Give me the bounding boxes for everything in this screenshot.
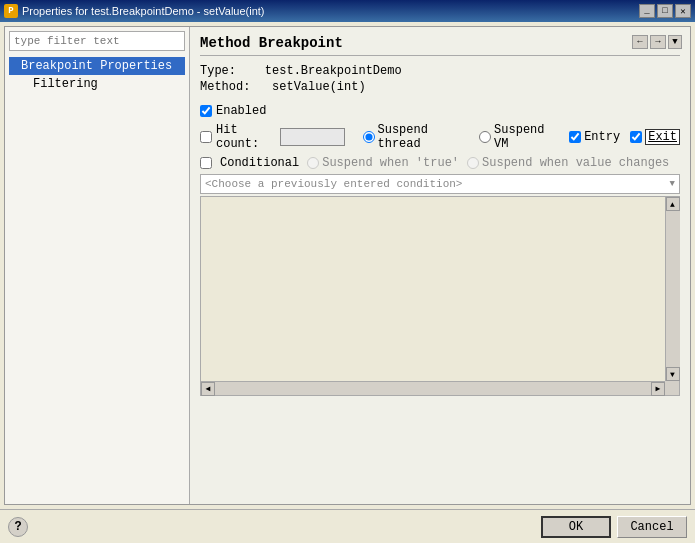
- enabled-label: Enabled: [216, 104, 266, 118]
- options-area: Enabled Hit count: Suspend thread: [200, 104, 680, 396]
- conditional-checkbox[interactable]: [200, 157, 212, 169]
- scroll-up-button[interactable]: ▲: [666, 197, 680, 211]
- hit-count-label: Hit count:: [216, 123, 276, 151]
- scrollbar-corner: [665, 381, 679, 395]
- suspend-when-changes-label: Suspend when value changes: [482, 156, 669, 170]
- horizontal-scrollbar[interactable]: ◀ ▶: [201, 381, 665, 395]
- method-value: setValue(int): [272, 80, 366, 94]
- condition-dropdown[interactable]: <Choose a previously entered condition> …: [200, 174, 680, 194]
- text-area-container: ▲ ▼ ◀ ▶: [200, 196, 680, 396]
- condition-dropdown-text: <Choose a previously entered condition>: [205, 178, 462, 190]
- enabled-row: Enabled: [200, 104, 680, 118]
- cancel-button[interactable]: Cancel: [617, 516, 687, 538]
- scroll-right-button[interactable]: ▶: [651, 382, 665, 396]
- suspend-thread-radio[interactable]: [363, 131, 375, 143]
- type-line: Type: test.BreakpointDemo: [200, 64, 680, 78]
- exit-checkbox[interactable]: [630, 131, 642, 143]
- content-area: Breakpoint Properties Filtering ← → ▼ Me…: [4, 26, 691, 505]
- type-value: test.BreakpointDemo: [265, 64, 402, 78]
- nav-forward-button[interactable]: →: [650, 35, 666, 49]
- scroll-left-button[interactable]: ◀: [201, 382, 215, 396]
- section-title: Method Breakpoint: [200, 35, 680, 56]
- dropdown-arrow-icon: ▼: [670, 179, 675, 189]
- nav-back-button[interactable]: ←: [632, 35, 648, 49]
- sidebar-item-breakpoint-properties[interactable]: Breakpoint Properties: [9, 57, 185, 75]
- entry-checkbox[interactable]: [569, 131, 581, 143]
- title-text: Properties for test.BreakpointDemo - set…: [22, 5, 265, 17]
- title-bar: P Properties for test.BreakpointDemo - s…: [0, 0, 695, 22]
- sidebar-item-filtering[interactable]: Filtering: [9, 75, 185, 93]
- minimize-button[interactable]: _: [639, 4, 655, 18]
- help-button[interactable]: ?: [8, 517, 28, 537]
- title-icon: P: [4, 4, 18, 18]
- conditional-row: Conditional Suspend when 'true' Suspend …: [200, 156, 680, 170]
- left-panel: Breakpoint Properties Filtering: [5, 27, 190, 504]
- maximize-button[interactable]: □: [657, 4, 673, 18]
- conditional-label: Conditional: [220, 156, 299, 170]
- suspend-thread-label: Suspend thread: [378, 123, 470, 151]
- tree-area: Breakpoint Properties Filtering: [9, 57, 185, 500]
- entry-label: Entry: [584, 130, 620, 144]
- suspend-when-true-radio[interactable]: [307, 157, 319, 169]
- suspend-when-true-label: Suspend when 'true': [322, 156, 459, 170]
- suspend-vm-label: Suspend VM: [494, 123, 559, 151]
- ok-cancel-buttons: OK Cancel: [541, 516, 687, 538]
- hit-count-row: Hit count: Suspend thread Suspend VM: [200, 123, 680, 151]
- nav-dropdown-button[interactable]: ▼: [668, 35, 682, 49]
- filter-input[interactable]: [9, 31, 185, 51]
- suspend-when-changes-radio[interactable]: [467, 157, 479, 169]
- nav-bar: ← → ▼: [632, 35, 682, 49]
- hit-count-input[interactable]: [280, 128, 345, 146]
- title-buttons: _ □ ✕: [639, 4, 691, 18]
- ok-button[interactable]: OK: [541, 516, 611, 538]
- right-panel-wrapper: ← → ▼ Method Breakpoint Type: test.Break…: [190, 27, 690, 504]
- exit-label: Exit: [645, 129, 680, 145]
- bottom-bar: ? OK Cancel: [0, 509, 695, 543]
- suspend-vm-radio[interactable]: [479, 131, 491, 143]
- right-panel: ← → ▼ Method Breakpoint Type: test.Break…: [190, 27, 690, 504]
- scrollbar-track[interactable]: [666, 211, 680, 367]
- scroll-down-button[interactable]: ▼: [666, 367, 680, 381]
- hit-count-checkbox[interactable]: [200, 131, 212, 143]
- enabled-checkbox[interactable]: [200, 105, 212, 117]
- method-line: Method: setValue(int): [200, 80, 680, 94]
- main-container: Breakpoint Properties Filtering ← → ▼ Me…: [0, 22, 695, 543]
- vertical-scrollbar[interactable]: ▲ ▼: [665, 197, 679, 381]
- close-button[interactable]: ✕: [675, 4, 691, 18]
